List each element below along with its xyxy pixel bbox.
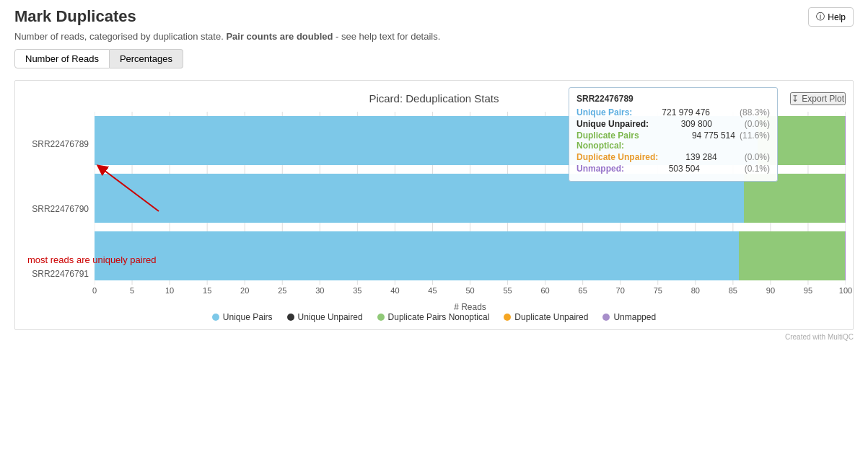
- legend-item: Duplicate Pairs Nonoptical: [377, 312, 490, 322]
- x-tick: 45: [428, 286, 437, 295]
- legend-item: Unique Unpaired: [287, 312, 363, 322]
- x-tick: 75: [654, 286, 662, 295]
- legend-label: Duplicate Pairs Nonoptical: [388, 312, 490, 322]
- tab-number-of-reads[interactable]: Number of Reads: [14, 49, 110, 68]
- export-label: Export Plot: [802, 94, 844, 104]
- bar-track: [95, 116, 846, 165]
- page-container: Mark Duplicates ⓘ Help Number of reads, …: [0, 0, 868, 475]
- annotation-text: most reads are uniquely paired: [27, 254, 157, 265]
- x-tick: 60: [540, 286, 549, 295]
- bar-segment: [845, 174, 846, 223]
- bar-row: [95, 169, 846, 227]
- bar-segment: [95, 231, 739, 280]
- y-label-1: SRR22476790: [32, 205, 89, 213]
- bar-segment: [739, 231, 845, 280]
- bar-track: [95, 231, 846, 280]
- bar-segment: [95, 174, 744, 223]
- help-button[interactable]: ⓘ Help: [808, 7, 854, 27]
- help-label: Help: [828, 12, 846, 22]
- export-plot-button[interactable]: ↧ Export Plot: [790, 92, 846, 105]
- legend-dot: [287, 314, 294, 321]
- x-tick: 25: [278, 286, 286, 295]
- legend: Unique PairsUnique UnpairedDuplicate Pai…: [22, 312, 846, 322]
- bar-segment: [845, 231, 846, 280]
- x-tick: 15: [203, 286, 211, 295]
- x-tick: 40: [390, 286, 399, 295]
- top-bar: Mark Duplicates ⓘ Help: [14, 7, 854, 27]
- y-label-2: SRR22476791: [32, 270, 89, 278]
- bar-row: [95, 112, 846, 169]
- chart-container: Picard: Deduplication Stats ↧ Export Plo…: [14, 80, 854, 330]
- x-ticks-container: 0510152025303540455055606570758085909510…: [95, 286, 846, 301]
- x-tick: 50: [465, 286, 474, 295]
- x-tick: 70: [616, 286, 625, 295]
- legend-label: Duplicate Unpaired: [514, 312, 588, 322]
- title-section: Mark Duplicates: [14, 7, 136, 26]
- legend-dot: [212, 314, 219, 321]
- legend-label: Unique Unpaired: [298, 312, 363, 322]
- legend-dot: [504, 314, 511, 321]
- legend-item: Duplicate Unpaired: [504, 312, 588, 322]
- bar-segment: [758, 116, 845, 165]
- bar-track: [95, 174, 846, 223]
- subtitle: Number of reads, categorised by duplicat…: [14, 31, 854, 42]
- x-tick: 55: [503, 286, 512, 295]
- x-tick: 20: [240, 286, 249, 295]
- chart-title-row: Picard: Deduplication Stats ↧ Export Plo…: [22, 92, 846, 105]
- tab-percentages[interactable]: Percentages: [110, 49, 183, 68]
- bar-row: [95, 227, 846, 285]
- x-tick: 65: [579, 286, 587, 295]
- chart-outer: Picard: Deduplication Stats ↧ Export Plo…: [14, 80, 854, 330]
- x-axis: 0510152025303540455055606570758085909510…: [95, 286, 846, 306]
- x-tick: 10: [165, 286, 174, 295]
- bar-segment: [95, 116, 758, 165]
- legend-dot: [602, 314, 610, 321]
- x-tick: 95: [804, 286, 812, 295]
- x-tick: 30: [315, 286, 324, 295]
- x-axis-title: # Reads: [95, 302, 846, 312]
- page-title: Mark Duplicates: [14, 7, 136, 26]
- chart-area: SRR22476789 SRR22476790 SRR22476791: [30, 112, 846, 306]
- x-tick: 90: [766, 286, 775, 295]
- bars-area: [95, 112, 846, 285]
- y-label-0: SRR22476789: [32, 140, 89, 148]
- tab-bar: Number of Reads Percentages: [14, 49, 854, 68]
- x-tick: 35: [353, 286, 361, 295]
- x-tick: 100: [839, 286, 852, 295]
- bar-segment: [744, 174, 844, 223]
- y-axis-labels: SRR22476789 SRR22476790 SRR22476791: [30, 112, 95, 306]
- legend-item: Unique Pairs: [212, 312, 273, 322]
- legend-item: Unmapped: [602, 312, 656, 322]
- multiqc-credit: Created with MultiQC: [14, 333, 854, 341]
- legend-label: Unmapped: [613, 312, 656, 322]
- x-tick: 0: [92, 286, 97, 295]
- bar-segment: [845, 116, 846, 165]
- x-tick: 5: [130, 286, 134, 295]
- legend-dot: [377, 314, 385, 321]
- bars-and-xaxis: 0510152025303540455055606570758085909510…: [95, 112, 846, 306]
- chart-title: Picard: Deduplication Stats: [369, 92, 499, 105]
- x-tick: 80: [691, 286, 700, 295]
- export-icon: ↧: [792, 94, 799, 104]
- legend-label: Unique Pairs: [223, 312, 273, 322]
- help-icon: ⓘ: [816, 11, 825, 23]
- chart-body: SRR22476789 SRR22476790 SRR22476791: [30, 112, 846, 306]
- x-tick: 85: [729, 286, 737, 295]
